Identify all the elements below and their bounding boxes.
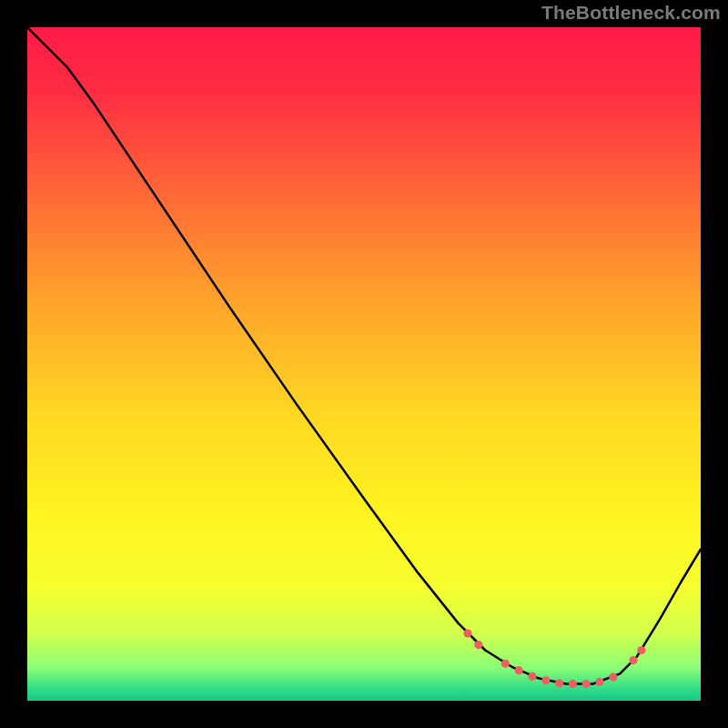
highlight-point	[515, 666, 523, 674]
gradient-background	[27, 27, 701, 701]
highlight-point	[555, 679, 563, 687]
highlight-point	[595, 678, 603, 686]
highlight-point	[528, 672, 536, 681]
chart-stage: { "watermark": "TheBottleneck.com", "plo…	[0, 0, 728, 728]
highlight-point	[569, 680, 577, 688]
highlight-point	[463, 629, 471, 637]
highlight-point	[474, 641, 482, 649]
highlight-point	[609, 673, 617, 682]
watermark-label: TheBottleneck.com	[541, 2, 721, 24]
bottleneck-chart	[0, 0, 728, 728]
highlight-point	[637, 646, 645, 654]
highlight-point	[501, 660, 510, 668]
highlight-point	[629, 656, 637, 664]
highlight-point	[582, 680, 591, 688]
highlight-point	[541, 676, 550, 684]
